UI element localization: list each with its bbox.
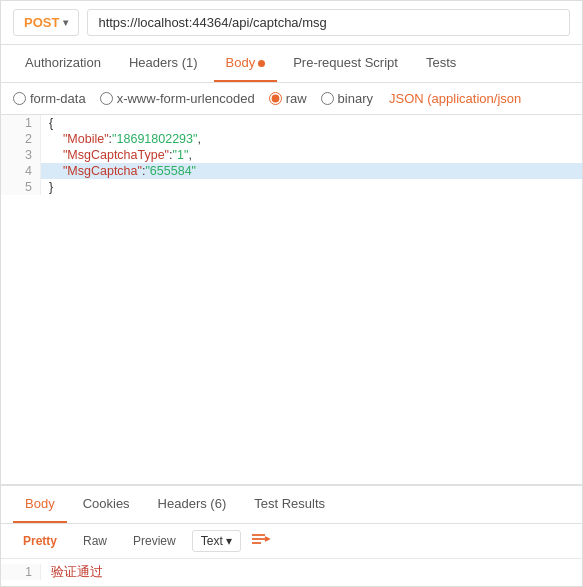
tab-body[interactable]: Body (214, 45, 278, 82)
wrap-icon[interactable] (251, 531, 271, 552)
raw-button[interactable]: Raw (73, 530, 117, 552)
json-type-label: JSON (application/json (389, 91, 521, 106)
tab-authorization[interactable]: Authorization (13, 45, 113, 82)
bottom-panel: Body Cookies Headers (6) Test Results Pr… (1, 484, 582, 586)
raw-option[interactable]: raw (269, 91, 307, 106)
response-line-1: 1 验证通过 (1, 563, 582, 582)
body-type-row: form-data x-www-form-urlencoded raw bina… (1, 83, 582, 115)
resp-line-number-1: 1 (1, 564, 41, 580)
response-tabs: Body Cookies Headers (6) Test Results (1, 486, 582, 524)
code-line-3: 3 "MsgCaptchaType":"1", (1, 147, 582, 163)
response-toolbar: Pretty Raw Preview Text ▾ (1, 524, 582, 559)
code-line-1: 1 { (1, 115, 582, 131)
body-dot (258, 60, 265, 67)
tab-headers[interactable]: Headers (1) (117, 45, 210, 82)
tab-tests[interactable]: Tests (414, 45, 468, 82)
method-label: POST (24, 15, 59, 30)
form-data-option[interactable]: form-data (13, 91, 86, 106)
line-number-2: 2 (1, 131, 41, 147)
method-button[interactable]: POST ▾ (13, 9, 79, 36)
line-content-3: "MsgCaptchaType":"1", (41, 147, 582, 163)
request-tabs: Authorization Headers (1) Body Pre-reque… (1, 45, 582, 83)
line-content-4: "MsgCaptcha":"655584" (41, 163, 582, 179)
resp-tab-test-results[interactable]: Test Results (242, 486, 337, 523)
binary-radio[interactable] (321, 92, 334, 105)
resp-tab-cookies[interactable]: Cookies (71, 486, 142, 523)
raw-radio[interactable] (269, 92, 282, 105)
code-lines: 1 { 2 "Mobile":"18691802293", 3 "MsgCapt… (1, 115, 582, 195)
code-line-4: 4 "MsgCaptcha":"655584" (1, 163, 582, 179)
raw-label: raw (286, 91, 307, 106)
url-bar: POST ▾ (1, 1, 582, 45)
binary-label: binary (338, 91, 373, 106)
form-data-radio[interactable] (13, 92, 26, 105)
urlencoded-radio[interactable] (100, 92, 113, 105)
line-number-1: 1 (1, 115, 41, 131)
resp-line-content-1: 验证通过 (41, 563, 113, 582)
text-dropdown[interactable]: Text ▾ (192, 530, 241, 552)
code-editor[interactable]: 1 { 2 "Mobile":"18691802293", 3 "MsgCapt… (1, 115, 582, 484)
preview-button[interactable]: Preview (123, 530, 186, 552)
url-input[interactable] (87, 9, 570, 36)
method-chevron: ▾ (63, 17, 68, 28)
form-data-label: form-data (30, 91, 86, 106)
urlencoded-option[interactable]: x-www-form-urlencoded (100, 91, 255, 106)
line-content-2: "Mobile":"18691802293", (41, 131, 582, 147)
code-line-5: 5 } (1, 179, 582, 195)
urlencoded-label: x-www-form-urlencoded (117, 91, 255, 106)
resp-tab-body[interactable]: Body (13, 486, 67, 523)
text-dropdown-chevron: ▾ (226, 534, 232, 548)
line-content-5: } (41, 179, 582, 195)
line-number-5: 5 (1, 179, 41, 195)
response-content: 1 验证通过 (1, 559, 582, 586)
code-line-2: 2 "Mobile":"18691802293", (1, 131, 582, 147)
binary-option[interactable]: binary (321, 91, 373, 106)
tab-pre-request[interactable]: Pre-request Script (281, 45, 410, 82)
pretty-button[interactable]: Pretty (13, 530, 67, 552)
text-dropdown-label: Text (201, 534, 223, 548)
line-content-1: { (41, 115, 582, 131)
tab-body-label: Body (226, 55, 256, 70)
line-number-4: 4 (1, 163, 41, 179)
resp-tab-headers[interactable]: Headers (6) (146, 486, 239, 523)
line-number-3: 3 (1, 147, 41, 163)
